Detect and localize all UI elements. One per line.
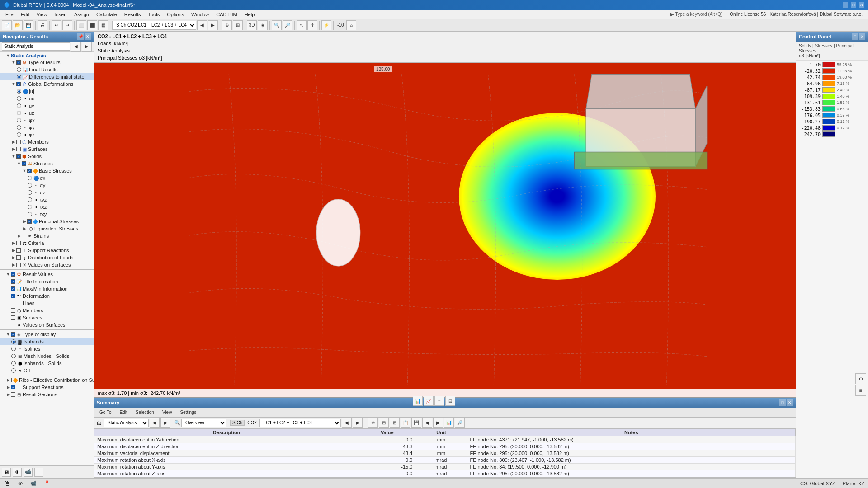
radio-phiz[interactable]	[16, 132, 22, 137]
navigator-nav-prev[interactable]: ◀	[71, 42, 81, 52]
radio-sigma-x[interactable]	[27, 175, 33, 181]
expand-equivalent[interactable]: ▶	[22, 226, 27, 231]
summary-btn3[interactable]: ⊞	[390, 418, 400, 428]
menu-edit[interactable]: Edit	[17, 11, 33, 18]
check-type-display[interactable]	[11, 332, 15, 337]
tree-isolines[interactable]: ≡ Isolines	[0, 345, 94, 352]
summary-load-next[interactable]: ▶	[353, 418, 363, 428]
tree-lines2[interactable]: — Lines	[0, 300, 94, 307]
check-deformation[interactable]	[11, 294, 15, 298]
tree-deform-phix[interactable]: ⚬ φx	[0, 117, 94, 124]
tree-tau-xz[interactable]: ⚬ τxz	[0, 203, 94, 211]
radio-tau-xy[interactable]	[27, 211, 33, 217]
tree-principal-stresses[interactable]: ▶ 🔷 Principal Stresses	[0, 218, 94, 225]
tree-surfaces[interactable]: ▶ ▣ Surfaces	[0, 145, 94, 153]
tree-tau-xy[interactable]: ⚬ τxy	[0, 211, 94, 218]
radio-mesh-nodes[interactable]	[11, 353, 16, 359]
radio-uz[interactable]	[16, 110, 22, 116]
menu-results[interactable]: Results	[121, 11, 145, 18]
tree-deform-phiy[interactable]: ⚬ φy	[0, 124, 94, 131]
radio-uy[interactable]	[16, 103, 22, 108]
check-surfaces[interactable]	[16, 147, 21, 151]
tree-deform-uy[interactable]: ⚬ uy	[0, 102, 94, 109]
save-button[interactable]: 💾	[24, 20, 33, 30]
tree-tau-yz[interactable]: ⚬ τyz	[0, 196, 94, 203]
next-load-button[interactable]: ▶	[208, 20, 218, 30]
radio-final-results[interactable]	[16, 67, 22, 72]
close-button[interactable]: ✕	[859, 2, 864, 8]
minimize-button[interactable]: ─	[843, 2, 848, 8]
check-solids[interactable]	[16, 154, 21, 159]
summary-overview-combo[interactable]: Overview	[181, 419, 226, 427]
tree-final-results[interactable]: 📊 Final Results	[0, 66, 94, 73]
tree-deform-uz[interactable]: ⚬ uz	[0, 109, 94, 117]
print-button[interactable]: 🖨	[38, 20, 47, 30]
expand-type-results[interactable]: ▼	[11, 60, 16, 65]
check-title-info[interactable]	[11, 279, 15, 284]
new-button[interactable]: 📄	[2, 20, 12, 30]
tree-basic-stresses[interactable]: ▼ 🔶 Basic Stresses	[0, 167, 94, 174]
nav-bottom-btn4[interactable]: —	[34, 468, 43, 477]
control-panel-buttons[interactable]: □ ✕	[852, 33, 865, 40]
summary-tab-edit[interactable]: Edit	[116, 409, 131, 416]
menu-options[interactable]: Options	[163, 11, 188, 18]
radio-phix[interactable]	[16, 117, 22, 123]
menu-file[interactable]: File	[2, 11, 17, 18]
control-panel-close[interactable]: ✕	[859, 33, 865, 40]
check-members[interactable]	[16, 140, 21, 144]
zoom-reset-btn[interactable]: ⌂	[346, 20, 356, 30]
expand-static-analysis[interactable]: ▼	[5, 53, 11, 58]
tree-sigma-y[interactable]: ⚬ σy	[0, 182, 94, 189]
cp-btn1[interactable]: 📊	[413, 396, 423, 406]
tree-support-reactions[interactable]: ▶ ⟂ Support Reactions	[0, 247, 94, 254]
table-row[interactable]: Maximum displacement in Y-direction 0.0 …	[94, 436, 796, 443]
summary-btn2[interactable]: ⊟	[379, 418, 389, 428]
check-values-surfaces2[interactable]	[11, 323, 15, 327]
tree-type-of-results[interactable]: ▼ ⚙ Type of results	[0, 59, 94, 66]
expand-basic-stresses[interactable]: ▼	[22, 168, 27, 174]
viewport[interactable]: 125.00 max σ3: 1.70 | min σ3: -242.70 kN…	[94, 63, 796, 397]
radio-isobands[interactable]	[11, 339, 16, 344]
snap-btn[interactable]: ⊕	[222, 20, 232, 30]
nav-bottom-btn2[interactable]: 👁	[13, 468, 22, 477]
expand-values-surfaces[interactable]: ▶	[11, 262, 16, 267]
summary-btn9[interactable]: 🔎	[455, 418, 465, 428]
tree-members[interactable]: ▶ ⬡ Members	[0, 138, 94, 145]
check-strains[interactable]	[22, 234, 26, 238]
summary-btn8[interactable]: 📊	[444, 418, 454, 428]
summary-btn6[interactable]: ◀	[422, 418, 432, 428]
radio-ux[interactable]	[16, 96, 22, 101]
tree-support-reactions2[interactable]: ▶ ⟂ Support Reactions	[0, 384, 94, 391]
expand-type-display[interactable]: ▼	[5, 332, 11, 337]
render-btn[interactable]: ◈	[258, 20, 268, 30]
check-max-min[interactable]	[11, 286, 15, 291]
summary-btn1[interactable]: ⊕	[368, 418, 378, 428]
view-btn3[interactable]: ▦	[98, 20, 108, 30]
tree-strains[interactable]: ▶ ≈ Strains	[0, 232, 94, 239]
select-btn[interactable]: ↖	[297, 20, 307, 30]
control-panel-settings-btn[interactable]: ⚙	[855, 373, 866, 384]
summary-load-prev[interactable]: ◀	[342, 418, 352, 428]
tree-surfaces2[interactable]: ▣ Surfaces	[0, 314, 94, 321]
expand-support-reactions2[interactable]: ▶	[5, 385, 11, 390]
table-row[interactable]: Maximum vectorial displacement 43.4 mm F…	[94, 450, 796, 457]
check-lines2[interactable]	[11, 301, 15, 305]
expand-principal[interactable]: ▶	[22, 219, 27, 224]
tree-differences-initial[interactable]: 📈 Differences to initial state	[0, 73, 94, 80]
navigator-search-input[interactable]	[2, 42, 70, 51]
redo-button[interactable]: ↪	[62, 20, 72, 30]
tree-sigma-x[interactable]: 🔵 σx	[0, 174, 94, 182]
summary-btn5[interactable]: 💾	[411, 418, 421, 428]
radio-phiy[interactable]	[16, 125, 22, 130]
navigator-header-buttons[interactable]: 📌 ✕	[77, 33, 91, 40]
radio-deform-u[interactable]	[16, 89, 22, 94]
zoom-in-btn[interactable]: 🔍	[272, 20, 282, 30]
menu-tools[interactable]: Tools	[144, 11, 163, 18]
3d-view-btn[interactable]: 3D	[247, 20, 257, 30]
grid-btn[interactable]: ⊞	[233, 20, 243, 30]
menu-calculate[interactable]: Calculate	[93, 11, 121, 18]
check-surfaces2[interactable]	[11, 315, 15, 320]
open-button[interactable]: 📂	[13, 20, 23, 30]
tree-equivalent-stresses[interactable]: ▶ ⬡ Equivalent Stresses	[0, 225, 94, 232]
check-result-values[interactable]	[11, 272, 15, 277]
